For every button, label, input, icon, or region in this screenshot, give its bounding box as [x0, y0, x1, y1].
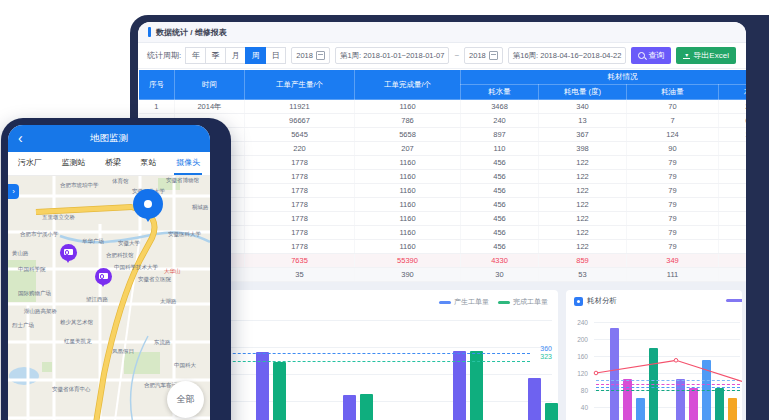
- start-week-input[interactable]: 第1周: 2018-01-01~2018-01-07: [335, 47, 449, 64]
- cell-value-5: 67: [719, 156, 747, 170]
- map-label: 合肥科技馆: [106, 252, 134, 259]
- average-row-value-4: 111: [627, 268, 719, 282]
- map-label: 东流路: [154, 339, 171, 346]
- table-row[interactable]: 12014年119211160346834070250: [139, 100, 747, 114]
- bar-group1-3[interactable]: [715, 388, 724, 420]
- bar-产生工单量-2[interactable]: [343, 395, 356, 420]
- cell-value-3: 122: [539, 240, 627, 254]
- cell-value-2: 110: [461, 142, 539, 156]
- end-year-value: 2018: [469, 51, 486, 60]
- camera-icon: [64, 249, 73, 255]
- bar-group1-4[interactable]: [728, 398, 737, 420]
- bar-完成工单量-4[interactable]: [545, 403, 558, 420]
- selected-marker-pin[interactable]: [133, 189, 163, 219]
- legend-item: 完成工单量: [498, 297, 548, 307]
- start-year-select[interactable]: 2018: [291, 47, 330, 64]
- phone-tab-污水厂[interactable]: 污水厂: [16, 152, 44, 175]
- average-row-value-5: 14: [719, 268, 747, 282]
- cell-value-1: 1160: [355, 198, 461, 212]
- period-option-季[interactable]: 季: [205, 47, 226, 64]
- bar-产生工单量-4[interactable]: [528, 378, 541, 420]
- legend-label: 产生工单量: [454, 297, 489, 307]
- cell-value-0: 220: [245, 142, 355, 156]
- cell-value-0: 1778: [245, 198, 355, 212]
- cell-value-4: 124: [627, 128, 719, 142]
- phone-tab-泵站[interactable]: 泵站: [139, 152, 159, 175]
- phone-tab-桥梁[interactable]: 桥梁: [103, 152, 123, 175]
- table-header-col-created: 工单产生量/个: [245, 70, 355, 100]
- cell-value-4: 79: [627, 226, 719, 240]
- bar-group1-1[interactable]: [689, 388, 698, 420]
- map-label: 阜华广场: [82, 238, 104, 245]
- legend-swatch: [498, 301, 510, 304]
- bar-group0-2[interactable]: [636, 398, 645, 420]
- bar-group0-1[interactable]: [623, 379, 632, 420]
- period-segmented-control: 年季月周日: [186, 47, 286, 64]
- table-subheader-2: 耗油量: [627, 85, 719, 100]
- end-week-input[interactable]: 第16周: 2018-04-16~2018-04-22: [508, 47, 627, 64]
- bar-group0-0[interactable]: [610, 328, 619, 420]
- table-header-col-completed: 工单完成量/个: [355, 70, 461, 100]
- cell-time: 2014年: [175, 100, 245, 114]
- cell-value-5: 67: [719, 184, 747, 198]
- map-label: 红星美凯龙: [64, 338, 92, 345]
- back-chevron-icon[interactable]: ‹: [18, 128, 23, 148]
- map-view[interactable]: › 全部 合肥市琥珀中学体育馆安徽农业大学安徽省博物馆五里墩立交桥桐城路合肥市宁…: [8, 176, 210, 420]
- y-axis-tick-200: 200: [568, 336, 588, 343]
- cell-value-0: 1778: [245, 240, 355, 254]
- chart-gridline: [594, 322, 740, 323]
- average-row-value-3: 53: [539, 268, 627, 282]
- bar-完成工单量-1[interactable]: [273, 362, 286, 420]
- cell-value-4: 7: [627, 114, 719, 128]
- camera-icon: [99, 273, 108, 279]
- phone-tab-摄像头[interactable]: 摄像头: [174, 152, 202, 175]
- total-row-value-5: 33: [719, 254, 747, 268]
- period-option-周[interactable]: 周: [245, 47, 266, 64]
- chart-title: 耗材分析: [587, 296, 617, 306]
- cell-value-1: 1160: [355, 184, 461, 198]
- start-week-value: 第1周: 2018-01-01~2018-01-07: [340, 51, 444, 61]
- average-row-value-2: 30: [461, 268, 539, 282]
- cell-value-0: 1778: [245, 170, 355, 184]
- cell-value-5: 250: [719, 100, 747, 114]
- average-row-value-0: 35: [245, 268, 355, 282]
- camera-marker-pin[interactable]: [60, 244, 77, 261]
- legend-swatch: [439, 301, 451, 304]
- period-option-日[interactable]: 日: [265, 47, 286, 64]
- table-row[interactable]: 96667786240137690: [139, 114, 747, 128]
- table-header-col-seq: 序号: [139, 70, 175, 100]
- legend-label: 完成工单量: [513, 297, 548, 307]
- search-icon: [638, 52, 645, 59]
- table-subheader-1: 耗电量 (度): [539, 85, 627, 100]
- cell-value-5: 67: [719, 240, 747, 254]
- start-year-value: 2018: [296, 51, 313, 60]
- reference-label-360: 360: [540, 345, 552, 352]
- cell-value-3: 122: [539, 212, 627, 226]
- bar-group1-0[interactable]: [676, 379, 685, 420]
- cell-value-5: 67: [719, 198, 747, 212]
- map-label: 烈士广场: [12, 322, 34, 329]
- map-label: 合肥市宁溪小学: [20, 231, 59, 238]
- reference-line-88: [596, 387, 740, 388]
- bar-完成工单量-2[interactable]: [360, 394, 373, 420]
- period-option-年[interactable]: 年: [185, 47, 206, 64]
- map-label: 太湖路: [160, 298, 177, 305]
- map-expander-button[interactable]: ›: [8, 184, 19, 199]
- map-label: 中国科大: [174, 362, 196, 369]
- end-year-select[interactable]: 2018: [464, 47, 503, 64]
- cell-value-2: 456: [461, 198, 539, 212]
- query-button[interactable]: 查询: [631, 47, 671, 64]
- map-label: 望江西路: [86, 296, 108, 303]
- y-axis-tick-160: 160: [568, 353, 588, 360]
- period-option-月[interactable]: 月: [225, 47, 246, 64]
- camera-marker-pin[interactable]: [95, 268, 112, 285]
- reference-label-323: 323: [540, 353, 552, 360]
- cell-value-5: 19: [719, 142, 747, 156]
- cell-value-4: 70: [627, 100, 719, 114]
- export-excel-button[interactable]: ▾ 导出Excel: [676, 47, 736, 64]
- breadcrumb-text: 数据统计 / 维修报表: [156, 27, 227, 38]
- cell-value-2: 897: [461, 128, 539, 142]
- phone-tab-监测站[interactable]: 监测站: [59, 152, 87, 175]
- show-all-button[interactable]: 全部: [167, 381, 204, 418]
- cell-value-1: 1160: [355, 156, 461, 170]
